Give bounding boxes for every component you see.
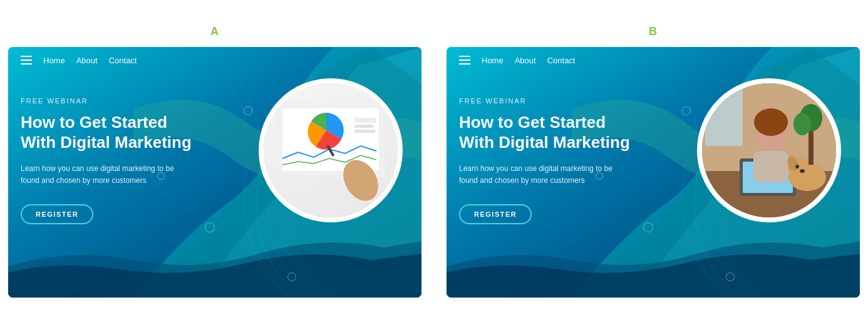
- hamburger-icon-a[interactable]: [21, 56, 32, 65]
- nav-about-b[interactable]: About: [515, 56, 536, 65]
- variant-a-label: A: [210, 25, 219, 38]
- navbar-a: Home About Contact: [8, 47, 421, 74]
- svg-point-24: [793, 113, 811, 135]
- variant-a-wrapper: A: [8, 25, 421, 298]
- variant-b-wrapper: B: [447, 25, 860, 298]
- free-webinar-label-b: FREE WEBINAR: [459, 97, 678, 105]
- headline-a: How to Get Started With Digital Marketin…: [21, 112, 240, 153]
- circle-image-a: [259, 78, 403, 222]
- circle-image-b: [697, 78, 841, 222]
- subtext-a: Learn how you can use digital marketing …: [21, 163, 190, 187]
- variant-b-label: B: [649, 25, 658, 38]
- content-b: FREE WEBINAR How to Get Started With Dig…: [459, 97, 678, 224]
- subtext-b: Learn how you can use digital marketing …: [459, 163, 628, 187]
- nav-home-a[interactable]: Home: [43, 56, 65, 65]
- card-a: Home About Contact FREE WEBINAR How to G…: [8, 47, 421, 298]
- chart-inner-a: [264, 83, 398, 217]
- hamburger-icon-b[interactable]: [459, 56, 470, 65]
- navbar-b: Home About Contact: [447, 47, 860, 74]
- headline-b: How to Get Started With Digital Marketin…: [459, 112, 678, 153]
- content-a: FREE WEBINAR How to Get Started With Dig…: [21, 97, 240, 224]
- headline-line1-a: How to Get Started: [21, 113, 167, 132]
- main-container: A: [0, 13, 868, 310]
- svg-rect-4: [354, 118, 376, 123]
- svg-point-15: [754, 108, 788, 136]
- svg-point-21: [795, 165, 799, 169]
- svg-point-20: [800, 169, 805, 173]
- nav-contact-a[interactable]: Contact: [109, 56, 137, 65]
- headline-line1-b: How to Get Started: [459, 113, 606, 132]
- nav-about-a[interactable]: About: [76, 56, 98, 65]
- nav-home-b[interactable]: Home: [482, 56, 504, 65]
- register-button-a[interactable]: REGISTER: [21, 204, 93, 224]
- person-dog-inner-b: [702, 83, 836, 217]
- headline-line2-a: With Digital Marketing: [21, 133, 192, 152]
- card-b: Home About Contact FREE WEBINAR How to G…: [447, 47, 860, 298]
- headline-line2-b: With Digital Marketing: [459, 133, 630, 152]
- nav-contact-b[interactable]: Contact: [547, 56, 576, 65]
- svg-rect-6: [354, 130, 375, 133]
- svg-rect-16: [753, 151, 788, 182]
- register-button-b[interactable]: REGISTER: [459, 204, 532, 224]
- free-webinar-label-a: FREE WEBINAR: [21, 97, 240, 105]
- svg-rect-5: [354, 125, 373, 128]
